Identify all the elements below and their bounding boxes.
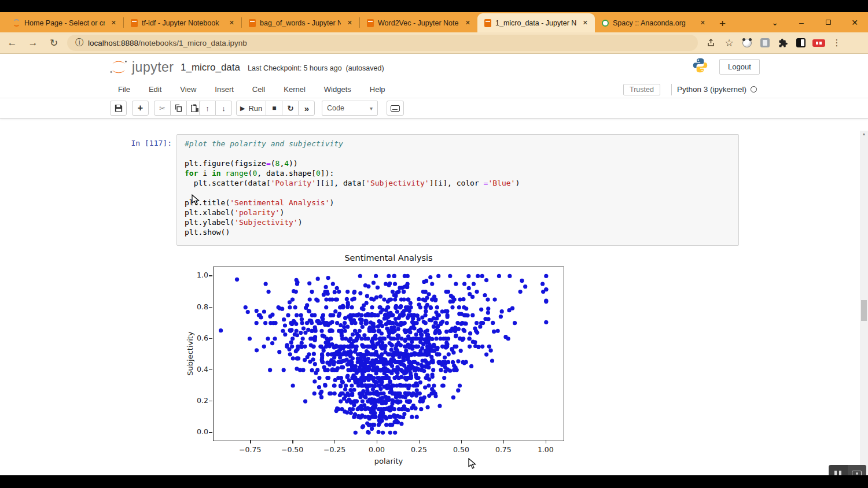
tab[interactable]: Home Page - Select or crea✕ <box>6 13 123 32</box>
cell-code-editor[interactable]: #plot the polarity and subjectivity plt.… <box>176 134 739 246</box>
tab-active[interactable]: 1_micro_data - Jupyter Not✕ <box>477 13 595 32</box>
x-tick-mark <box>377 440 377 443</box>
notebook-icon <box>367 19 374 27</box>
trusted-badge[interactable]: Trusted <box>623 84 660 95</box>
back-button[interactable]: ← <box>3 34 21 51</box>
scrollbar-up-arrow[interactable]: ▲ <box>860 132 868 136</box>
x-tick-mark <box>292 440 293 443</box>
notebook-icon <box>249 19 256 27</box>
maximize-icon <box>826 20 831 25</box>
tab-close-icon[interactable]: ✕ <box>698 18 708 28</box>
close-window-button[interactable]: ✕ <box>841 13 868 32</box>
menu-edit[interactable]: Edit <box>149 85 161 94</box>
site-info-icon[interactable]: ⓘ <box>75 38 83 48</box>
save-button[interactable] <box>110 101 127 116</box>
copy-cell-button[interactable] <box>170 101 187 116</box>
run-cell-button[interactable]: ▶Run <box>236 101 266 116</box>
interrupt-kernel-button[interactable]: ■ <box>266 101 282 116</box>
cell-type-select[interactable]: Code▾ <box>322 101 378 116</box>
reload-button[interactable]: ↻ <box>45 34 62 51</box>
tab-title: Word2Vec - Jupyter Noteb <box>378 19 459 27</box>
jupyter-logo[interactable]: jupyter <box>109 59 174 75</box>
tab-search-chevron-icon[interactable]: ⌄ <box>762 13 788 32</box>
scatter-points-canvas <box>214 267 563 440</box>
jupyter-logo-text: jupyter <box>132 60 174 75</box>
notebook-icon <box>484 19 491 27</box>
copy-icon <box>175 104 182 112</box>
y-tick-mark <box>209 338 212 339</box>
scrollbar-thumb[interactable] <box>861 300 867 321</box>
tab-title: 1_micro_data - Jupyter Not <box>495 19 576 27</box>
output-figure: Sentimental Analysis Subjectivity 0.00.2… <box>179 251 573 474</box>
page-scrollbar[interactable]: ▲ <box>860 131 868 475</box>
gray-extension-icon[interactable] <box>760 38 770 48</box>
tab-close-icon[interactable]: ✕ <box>463 18 473 28</box>
menu-view[interactable]: View <box>180 85 196 94</box>
tab-close-icon[interactable]: ✕ <box>227 18 237 28</box>
menu-kernel[interactable]: Kernel <box>284 85 306 94</box>
panda-extension-icon[interactable] <box>742 38 752 48</box>
kernel-idle-icon <box>751 86 757 93</box>
move-cell-down-button[interactable]: ↓ <box>215 101 232 116</box>
code-line: plt.xlabel('polarity') <box>185 208 738 217</box>
menu-widgets[interactable]: Widgets <box>324 85 351 94</box>
dark-mode-extension-icon[interactable] <box>796 38 806 48</box>
tab[interactable]: Word2Vec - Jupyter Noteb✕ <box>360 13 477 32</box>
new-tab-button[interactable]: + <box>719 18 726 29</box>
address-bar[interactable]: ⓘ localhost:8888/notebooks/1_micro_data.… <box>67 35 698 51</box>
tab[interactable]: Spacy :: Anaconda.org✕ <box>595 13 712 32</box>
kernel-name-text: Python 3 (ipykernel) <box>677 85 746 94</box>
notebook-title[interactable]: 1_micro_data <box>181 62 240 73</box>
maximize-button[interactable] <box>815 13 841 32</box>
address-bar-row: ← → ↻ ⓘ localhost:8888/notebooks/1_micro… <box>0 32 868 54</box>
browser-window: Home Page - Select or crea✕tf-idf - Jupy… <box>0 12 868 475</box>
adblock-badge-icon[interactable] <box>814 38 824 48</box>
code-line: plt.show() <box>185 227 738 237</box>
notebook-toolbar: + ✂ ↑ ↓ ▶Run ■ ↻ <box>0 98 868 119</box>
tab[interactable]: bag_of_words - Jupyter No✕ <box>242 13 359 32</box>
menu-cell[interactable]: Cell <box>252 85 265 94</box>
tab[interactable]: tf-idf - Jupyter Notebook✕ <box>124 13 241 32</box>
code-line: for i in range(0, data.shape[0]): <box>185 168 738 178</box>
x-tick-label: 0.25 <box>402 445 436 454</box>
code-line <box>185 149 738 158</box>
move-cell-up-button[interactable]: ↑ <box>199 101 216 116</box>
menu-insert[interactable]: Insert <box>215 85 234 94</box>
restart-kernel-button[interactable]: ↻ <box>282 101 299 116</box>
jupyter-header: jupyter 1_micro_data Last Checkpoint: 5 … <box>0 54 868 83</box>
y-tick-label: 0.2 <box>185 396 208 405</box>
chart-plot-area <box>213 267 564 441</box>
restart-run-all-button[interactable]: » <box>298 101 315 116</box>
tab-close-icon[interactable]: ✕ <box>580 18 590 28</box>
add-cell-button[interactable]: + <box>132 101 149 116</box>
panda-icon <box>742 39 752 47</box>
extensions-puzzle-icon[interactable] <box>778 38 788 48</box>
tabs-container: Home Page - Select or crea✕tf-idf - Jupy… <box>6 13 712 32</box>
menu-file[interactable]: File <box>118 85 130 94</box>
chart-ylabel: Subjectivity <box>186 308 194 400</box>
command-palette-button[interactable] <box>387 101 404 116</box>
url-path: /notebooks/1_micro_data.ipynb <box>138 39 247 47</box>
minimize-button[interactable]: – <box>788 13 815 32</box>
tab-close-icon[interactable]: ✕ <box>345 18 355 28</box>
logout-button[interactable]: Logout <box>719 59 760 75</box>
browser-menu-icon[interactable]: ⋮ <box>832 38 842 48</box>
tab-title: Home Page - Select or crea <box>24 19 105 27</box>
x-tick-label: −0.50 <box>275 445 310 454</box>
checkpoint-status: Last Checkpoint: 5 hours ago (autosaved) <box>248 64 384 72</box>
cut-cell-button[interactable]: ✂ <box>154 101 171 116</box>
share-icon[interactable] <box>706 38 716 48</box>
tab-close-icon[interactable]: ✕ <box>109 18 119 28</box>
notebook-icon <box>131 19 138 27</box>
menu-help[interactable]: Help <box>370 85 385 94</box>
menu-bar: FileEditViewInsertCellKernelWidgetsHelp … <box>0 83 868 98</box>
y-tick-mark <box>209 401 212 401</box>
forward-button[interactable]: → <box>24 34 42 51</box>
run-icon: ▶ <box>240 105 245 112</box>
x-tick-label: 0.00 <box>359 445 394 454</box>
anaconda-icon <box>602 20 609 27</box>
cell-input-prompt: In [117]: <box>119 139 172 147</box>
bookmark-star-icon[interactable]: ☆ <box>724 38 734 48</box>
tab-title: Spacy :: Anaconda.org <box>613 19 694 27</box>
chart-xlabel: polarity <box>213 457 564 465</box>
